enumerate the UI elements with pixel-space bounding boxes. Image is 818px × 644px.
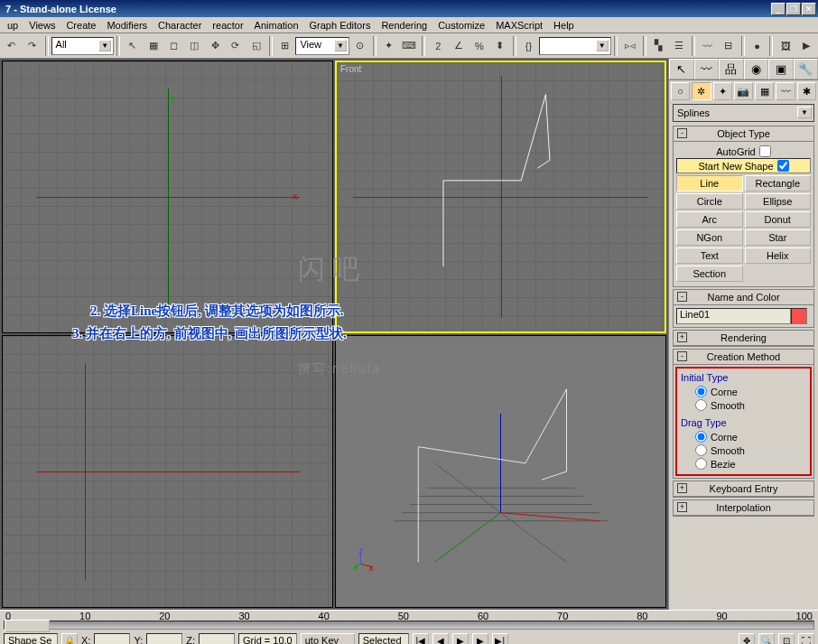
rotate-button[interactable]: ⟳	[226, 36, 246, 56]
expand-icon[interactable]: +	[677, 502, 687, 512]
ngon-button[interactable]: NGon	[676, 229, 743, 246]
min-max-toggle-button[interactable]: ⛶	[798, 633, 814, 644]
section-button[interactable]: Section	[676, 266, 743, 282]
display-tab[interactable]: ▣	[768, 59, 794, 79]
startnewshape-checkbox[interactable]	[777, 160, 789, 172]
circle-button[interactable]: Circle	[676, 193, 743, 210]
helpers-subtab[interactable]: ▦	[755, 82, 774, 100]
geometry-subtab[interactable]: ○	[671, 82, 690, 100]
goto-end-button[interactable]: ▶|	[492, 633, 508, 644]
lock-button[interactable]: 🔒	[61, 633, 78, 644]
redo-button[interactable]: ↷	[23, 36, 42, 56]
drag-corner-radio[interactable]	[695, 431, 707, 443]
layers-button[interactable]: ☰	[669, 36, 689, 56]
helix-button[interactable]: Helix	[745, 247, 812, 264]
move-button[interactable]: ✥	[205, 36, 225, 56]
snap-angle-button[interactable]: ∠	[449, 36, 469, 56]
prev-frame-button[interactable]: ◀	[432, 633, 449, 644]
initial-corner-radio[interactable]	[695, 386, 707, 397]
material-editor-button[interactable]: ●	[748, 36, 767, 56]
menu-item[interactable]: Modifiers	[101, 18, 153, 33]
expand-icon[interactable]: +	[677, 332, 687, 342]
selection-set-combo[interactable]: All	[51, 37, 115, 55]
y-field[interactable]	[146, 633, 182, 644]
minimize-button[interactable]: _	[771, 3, 785, 15]
menu-item[interactable]: Help	[548, 18, 580, 33]
snap-percent-button[interactable]: %	[469, 36, 489, 56]
collapse-icon[interactable]: -	[677, 128, 687, 138]
object-color-swatch[interactable]	[791, 308, 807, 324]
mirror-button[interactable]: ▹◃	[620, 36, 640, 56]
collapse-icon[interactable]: -	[677, 351, 687, 361]
menu-item[interactable]: Create	[60, 18, 101, 33]
scale-button[interactable]: ◱	[246, 36, 266, 56]
utilities-tab[interactable]: 🔧	[794, 59, 819, 79]
object-name-input[interactable]: Line01	[676, 308, 791, 324]
lights-subtab[interactable]: ✦	[713, 82, 732, 100]
menu-item[interactable]: Customize	[432, 18, 490, 33]
undo-button[interactable]: ↶	[2, 36, 22, 56]
viewport-left[interactable]	[2, 335, 333, 608]
systems-subtab[interactable]: ✱	[797, 82, 816, 100]
menu-item[interactable]: Graph Editors	[304, 18, 376, 33]
time-slider[interactable]	[0, 618, 818, 632]
autokey-button[interactable]: uto Key	[301, 633, 355, 644]
menu-item[interactable]: reactor	[207, 18, 248, 33]
drag-smooth-radio[interactable]	[695, 444, 707, 456]
select-button[interactable]: ↖	[123, 36, 143, 56]
shapes-subtab[interactable]: ✲	[692, 82, 711, 100]
text-button[interactable]: Text	[676, 247, 743, 264]
initial-smooth-radio[interactable]	[695, 399, 707, 411]
curve-editor-button[interactable]: 〰	[698, 36, 718, 56]
keyboard-shortcut-button[interactable]: ⌨	[400, 36, 420, 56]
menu-item[interactable]: Views	[23, 18, 60, 33]
motion-tab[interactable]: ◉	[744, 59, 769, 79]
autogrid-checkbox[interactable]	[759, 145, 771, 157]
rectangle-button[interactable]: Rectangle	[745, 175, 812, 191]
drag-bezier-radio[interactable]	[695, 458, 707, 470]
render-scene-button[interactable]: 🖼	[776, 36, 795, 56]
arc-button[interactable]: Arc	[676, 211, 743, 228]
align-button[interactable]: ▚	[649, 36, 669, 56]
use-center-button[interactable]: ⊙	[350, 36, 370, 56]
donut-button[interactable]: Donut	[745, 211, 812, 228]
zoom-button[interactable]: 🔍	[758, 633, 775, 644]
create-tab[interactable]: ↖	[669, 59, 694, 79]
keymode-combo[interactable]: Selected	[358, 633, 409, 644]
menu-item[interactable]: Character	[153, 18, 207, 33]
zoom-extents-button[interactable]: ⊡	[778, 633, 795, 644]
goto-start-button[interactable]: |◀	[413, 633, 429, 644]
select-name-button[interactable]: ▦	[144, 36, 163, 56]
spacewarps-subtab[interactable]: 〰	[776, 82, 795, 100]
category-combo[interactable]: Splines	[673, 104, 814, 122]
cameras-subtab[interactable]: 📷	[734, 82, 753, 100]
select-region-button[interactable]: ◻	[164, 36, 184, 56]
spinner-snap-button[interactable]: ⬍	[490, 36, 510, 56]
restore-button[interactable]: ❐	[786, 3, 801, 15]
named-sets-combo[interactable]	[539, 37, 610, 55]
menu-item[interactable]: Rendering	[376, 18, 432, 33]
viewport-front[interactable]: Front	[335, 61, 666, 333]
viewport-perspective[interactable]: x y z	[335, 335, 666, 608]
collapse-icon[interactable]: -	[677, 292, 687, 302]
close-button[interactable]: ✕	[802, 3, 816, 15]
quick-render-button[interactable]: ▶	[796, 36, 816, 56]
next-frame-button[interactable]: ▶	[472, 633, 488, 644]
star-button[interactable]: Star	[745, 229, 812, 246]
modify-tab[interactable]: 〰	[694, 59, 720, 79]
snap-2d-button[interactable]: 2	[428, 36, 448, 56]
window-crossing-button[interactable]: ◫	[184, 36, 204, 56]
ellipse-button[interactable]: Ellipse	[745, 193, 812, 210]
x-field[interactable]	[94, 633, 130, 644]
play-button[interactable]: ▶	[452, 633, 469, 644]
pan-button[interactable]: ✥	[739, 633, 755, 644]
viewport-top[interactable]: x y	[2, 61, 333, 333]
z-field[interactable]	[199, 633, 235, 644]
ref-coord-button[interactable]: ⊞	[275, 36, 295, 56]
expand-icon[interactable]: +	[677, 483, 687, 493]
select-manipulate-button[interactable]: ✦	[379, 36, 399, 56]
line-button[interactable]: Line	[676, 175, 743, 191]
named-sets-button[interactable]: {}	[519, 36, 539, 56]
menu-item[interactable]: up	[2, 18, 23, 33]
menu-item[interactable]: MAXScript	[490, 18, 548, 33]
